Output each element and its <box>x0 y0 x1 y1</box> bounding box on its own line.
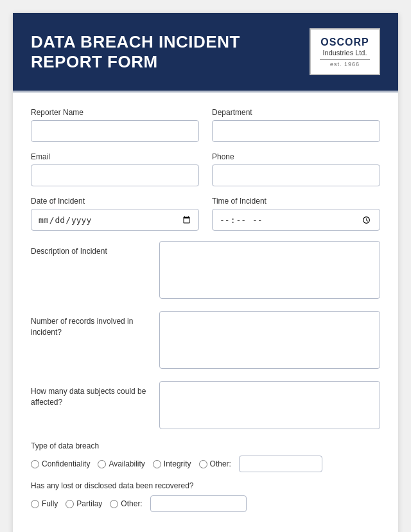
radio-partilay-label: Partilay <box>76 499 102 508</box>
radio-confidentiality-label: Confidentiality <box>42 459 90 468</box>
records-input-col <box>159 311 380 371</box>
radio-availability[interactable]: Availability <box>98 459 144 468</box>
subjects-input-col <box>159 381 380 431</box>
time-input[interactable] <box>212 209 380 231</box>
radio-availability-input[interactable] <box>98 460 106 468</box>
row-description: Description of Incident <box>31 241 380 301</box>
page-container: DATA BREACH INCIDENT REPORT FORM OSCORP … <box>13 13 398 532</box>
date-input[interactable] <box>31 209 199 231</box>
radio-partilay-input[interactable] <box>66 500 74 508</box>
radio-confidentiality[interactable]: Confidentiality <box>31 459 90 468</box>
records-label-col: Number of records involved in incident? <box>31 311 146 338</box>
department-input[interactable] <box>212 120 380 142</box>
radio-breach-other[interactable]: Other: <box>199 459 231 468</box>
row-records: Number of records involved in incident? <box>31 311 380 371</box>
radio-recovered-other[interactable]: Other: <box>110 499 142 508</box>
phone-input[interactable] <box>212 164 380 186</box>
group-phone: Phone <box>212 152 380 186</box>
title-line2: REPORT FORM <box>31 52 158 71</box>
radio-recovered-other-input[interactable] <box>110 500 118 508</box>
radio-breach-other-label: Other: <box>210 459 231 468</box>
group-date: Date of Incident <box>31 197 199 231</box>
email-label: Email <box>31 152 199 161</box>
radio-partilay[interactable]: Partilay <box>66 499 102 508</box>
reporter-name-input[interactable] <box>31 120 199 142</box>
description-input-col <box>159 241 380 301</box>
email-input[interactable] <box>31 164 199 186</box>
row-date-time: Date of Incident Time of Incident <box>31 197 380 231</box>
breach-other-text-input[interactable] <box>239 456 322 472</box>
recovered-options: Fully Partilay Other: <box>31 495 380 512</box>
radio-confidentiality-input[interactable] <box>31 460 39 468</box>
time-label: Time of Incident <box>212 197 380 206</box>
radio-integrity[interactable]: Integrity <box>153 459 191 468</box>
department-label: Department <box>212 108 380 117</box>
breach-type-label: Type of data breach <box>31 441 380 450</box>
row-name-dept: Reporter Name Department <box>31 108 380 142</box>
radio-recovered-other-label: Other: <box>121 499 142 508</box>
date-label: Date of Incident <box>31 197 199 206</box>
phone-label: Phone <box>212 152 380 161</box>
description-label-col: Description of Incident <box>31 241 146 257</box>
radio-fully[interactable]: Fully <box>31 499 58 508</box>
description-textarea[interactable] <box>159 241 380 299</box>
radio-integrity-input[interactable] <box>153 460 161 468</box>
row-email-phone: Email Phone <box>31 152 380 186</box>
radio-fully-label: Fully <box>42 499 58 508</box>
subjects-label-col: How many data subjects could be affected… <box>31 381 146 408</box>
subjects-textarea[interactable] <box>159 381 380 429</box>
form-body: Reporter Name Department Email Phone Dat… <box>13 93 398 532</box>
logo-company-name: OSCORP <box>320 36 370 48</box>
records-textarea[interactable] <box>159 311 380 369</box>
logo-est-text: est. 1966 <box>320 59 370 67</box>
page-title: DATA BREACH INCIDENT REPORT FORM <box>31 32 240 72</box>
title-line1: DATA BREACH INCIDENT <box>31 32 240 51</box>
records-label: Number of records involved in incident? <box>31 317 133 337</box>
subjects-label: How many data subjects could be affected… <box>31 387 146 407</box>
radio-integrity-label: Integrity <box>164 459 191 468</box>
row-subjects: How many data subjects could be affected… <box>31 381 380 431</box>
company-logo: OSCORP Industries Ltd. est. 1966 <box>310 28 380 75</box>
group-reporter-name: Reporter Name <box>31 108 199 142</box>
description-label: Description of Incident <box>31 247 107 256</box>
recovered-other-text-input[interactable] <box>150 495 247 512</box>
group-time: Time of Incident <box>212 197 380 231</box>
radio-fully-input[interactable] <box>31 500 39 508</box>
radio-availability-label: Availability <box>109 459 144 468</box>
section-breach-type: Type of data breach Confidentiality Avai… <box>31 441 380 472</box>
group-department: Department <box>212 108 380 142</box>
reporter-name-label: Reporter Name <box>31 108 199 117</box>
radio-breach-other-input[interactable] <box>199 460 207 468</box>
breach-type-options: Confidentiality Availability Integrity O… <box>31 456 380 472</box>
group-email: Email <box>31 152 199 186</box>
header: DATA BREACH INCIDENT REPORT FORM OSCORP … <box>13 13 398 91</box>
section-recovered: Has any lost or disclosed data been reco… <box>31 481 380 512</box>
recovered-label: Has any lost or disclosed data been reco… <box>31 481 380 490</box>
logo-sub-text: Industries Ltd. <box>320 48 370 57</box>
